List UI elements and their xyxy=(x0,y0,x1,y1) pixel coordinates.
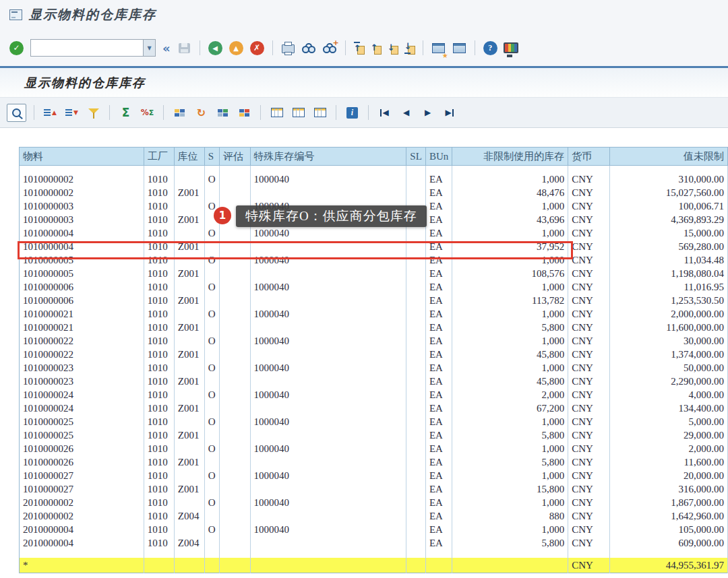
cell-value-unrestricted[interactable]: 1,374,000.00 xyxy=(610,348,728,361)
cell-sl[interactable] xyxy=(406,375,426,388)
cell-special-stock[interactable]: O xyxy=(204,307,219,321)
cell-unrestricted-stock[interactable]: 1,000 xyxy=(452,226,568,240)
scroll-previous-icon[interactable]: ◀ xyxy=(398,104,415,121)
cell-value-unrestricted[interactable]: 2,000,000.00 xyxy=(610,307,728,321)
cell-plant[interactable]: 1010 xyxy=(144,213,174,226)
total-storage-location[interactable] xyxy=(174,558,204,573)
table-row[interactable]: 10100000031010O1000040EA1,000CNY100,006.… xyxy=(20,199,728,213)
cell-valuation[interactable] xyxy=(219,402,250,415)
cell-sl[interactable] xyxy=(406,321,426,334)
cell-value-unrestricted[interactable]: 609,000.00 xyxy=(610,536,728,550)
cell-base-unit[interactable]: EA xyxy=(425,536,452,550)
total-unrestricted-stock[interactable] xyxy=(452,558,568,573)
cell-valuation[interactable] xyxy=(219,186,250,199)
cell-currency[interactable]: CNY xyxy=(568,361,610,375)
cell-storage-location[interactable] xyxy=(174,199,204,213)
column-header-storage-location[interactable]: 库位 xyxy=(174,148,204,166)
cell-special-stock[interactable]: O xyxy=(204,199,219,213)
cell-currency[interactable]: CNY xyxy=(568,253,610,267)
cell-material[interactable]: 1010000005 xyxy=(20,253,144,267)
cell-material[interactable]: 1010000024 xyxy=(20,402,144,415)
cell-currency[interactable]: CNY xyxy=(568,280,610,294)
cell-material[interactable]: 1010000027 xyxy=(20,482,144,496)
cell-special-stock[interactable]: O xyxy=(204,523,219,536)
cell-storage-location[interactable] xyxy=(174,280,204,294)
cell-plant[interactable]: 1010 xyxy=(144,496,174,509)
cell-storage-location[interactable]: Z001 xyxy=(174,402,204,415)
cell-value-unrestricted[interactable]: 2,000.00 xyxy=(610,442,728,455)
cell-sl[interactable] xyxy=(406,186,426,199)
cell-material[interactable]: 1010000026 xyxy=(20,442,144,455)
cell-base-unit[interactable]: EA xyxy=(425,375,452,388)
column-header-plant[interactable]: 工厂 xyxy=(144,148,174,166)
cell-valuation[interactable] xyxy=(219,455,250,469)
cell-plant[interactable]: 1010 xyxy=(144,321,174,334)
cell-special-stock[interactable]: O xyxy=(204,280,219,294)
cell-unrestricted-stock[interactable]: 1,000 xyxy=(452,442,568,455)
cell-valuation[interactable] xyxy=(219,172,250,186)
cell-special-stock-number[interactable]: 1000040 xyxy=(250,334,406,348)
cell-currency[interactable]: CNY xyxy=(568,375,610,388)
column-header-value-unrestricted[interactable]: 值未限制 xyxy=(610,148,728,166)
cell-sl[interactable] xyxy=(406,442,426,455)
cell-valuation[interactable] xyxy=(219,307,250,321)
cell-special-stock[interactable]: O xyxy=(204,388,219,402)
total-sl[interactable] xyxy=(406,558,426,573)
total-material[interactable]: * xyxy=(20,558,144,573)
cell-plant[interactable]: 1010 xyxy=(144,348,174,361)
cell-special-stock[interactable] xyxy=(204,375,219,388)
save-icon[interactable] xyxy=(176,40,193,57)
cell-unrestricted-stock[interactable]: 108,576 xyxy=(452,267,568,280)
table-row[interactable]: 10100000051010Z001EA108,576CNY1,198,080.… xyxy=(20,267,728,280)
cell-valuation[interactable] xyxy=(219,428,250,442)
cell-valuation[interactable] xyxy=(219,294,250,307)
cell-unrestricted-stock[interactable]: 67,200 xyxy=(452,402,568,415)
cell-sl[interactable] xyxy=(406,226,426,240)
cell-value-unrestricted[interactable]: 11,016.95 xyxy=(610,280,728,294)
window-menu-icon[interactable] xyxy=(9,9,22,20)
cell-value-unrestricted[interactable]: 30,000.00 xyxy=(610,334,728,348)
total-plant[interactable] xyxy=(144,558,174,573)
cell-base-unit[interactable]: EA xyxy=(425,321,452,334)
cell-valuation[interactable] xyxy=(219,375,250,388)
cell-valuation[interactable] xyxy=(219,509,250,523)
cell-sl[interactable] xyxy=(406,482,426,496)
cell-valuation[interactable] xyxy=(219,469,250,482)
cell-currency[interactable]: CNY xyxy=(568,442,610,455)
cell-special-stock[interactable] xyxy=(204,240,219,253)
sort-descending-icon[interactable]: ▼ xyxy=(63,104,80,121)
cell-storage-location[interactable]: Z001 xyxy=(174,375,204,388)
cell-special-stock-number[interactable]: 1000040 xyxy=(250,172,406,186)
table-row[interactable]: 10100000231010O1000040EA1,000CNY50,000.0… xyxy=(20,361,728,375)
cell-material[interactable]: 1010000025 xyxy=(20,415,144,428)
customize-layout-icon[interactable] xyxy=(503,40,520,57)
cell-value-unrestricted[interactable]: 569,280.00 xyxy=(610,240,728,253)
cell-special-stock[interactable]: O xyxy=(204,415,219,428)
subtotal-icon[interactable]: %Σ xyxy=(139,104,156,121)
cell-value-unrestricted[interactable]: 100,006.71 xyxy=(610,199,728,213)
cell-plant[interactable]: 1010 xyxy=(144,482,174,496)
cell-value-unrestricted[interactable]: 4,369,893.29 xyxy=(610,213,728,226)
cell-special-stock-number[interactable] xyxy=(250,428,406,442)
cell-currency[interactable]: CNY xyxy=(568,294,610,307)
cell-material[interactable]: 1010000005 xyxy=(20,267,144,280)
cell-storage-location[interactable] xyxy=(174,361,204,375)
cell-special-stock-number[interactable] xyxy=(250,240,406,253)
word-processing-icon[interactable] xyxy=(171,104,188,121)
cell-special-stock-number[interactable]: 1000040 xyxy=(250,307,406,321)
cell-storage-location[interactable]: Z001 xyxy=(174,321,204,334)
table-row[interactable]: 10100000061010O1000040EA1,000CNY11,016.9… xyxy=(20,280,728,294)
cell-currency[interactable]: CNY xyxy=(568,482,610,496)
cell-base-unit[interactable]: EA xyxy=(425,442,452,455)
cell-storage-location[interactable] xyxy=(174,253,204,267)
cell-valuation[interactable] xyxy=(219,361,250,375)
cell-value-unrestricted[interactable]: 4,000.00 xyxy=(610,388,728,402)
total-currency[interactable]: CNY xyxy=(568,558,610,573)
table-row[interactable]: 20100000041010Z004EA5,800CNY609,000.00 xyxy=(20,536,728,550)
cell-currency[interactable]: CNY xyxy=(568,199,610,213)
cell-special-stock-number[interactable]: 1000040 xyxy=(250,280,406,294)
table-row[interactable]: 10100000271010Z001EA15,800CNY316,000.00 xyxy=(20,482,728,496)
cell-currency[interactable]: CNY xyxy=(568,186,610,199)
cell-storage-location[interactable]: Z001 xyxy=(174,267,204,280)
cell-valuation[interactable] xyxy=(219,536,250,550)
